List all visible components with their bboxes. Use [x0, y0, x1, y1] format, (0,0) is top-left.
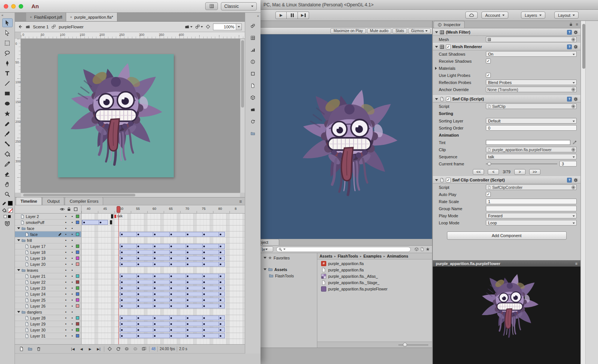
layer-frames[interactable]: [81, 333, 245, 339]
layer-visibility-dot[interactable]: •: [63, 256, 68, 260]
foldout-caret-icon[interactable]: [435, 46, 438, 48]
layer-row[interactable]: Layer 26••: [15, 303, 81, 309]
layer-row[interactable]: Layer 24••: [15, 291, 81, 297]
frame-span[interactable]: [120, 274, 225, 279]
stroke-color-swatch[interactable]: [8, 201, 13, 206]
layer-lock-dot[interactable]: •: [70, 304, 75, 308]
current-frame-slider[interactable]: [486, 161, 557, 167]
cloud-services-button[interactable]: [465, 12, 478, 19]
layer-row[interactable]: Layer 2 ••: [15, 214, 81, 220]
rectangle-tool[interactable]: [2, 89, 13, 98]
panel-menu-icon[interactable]: ≡: [239, 199, 242, 204]
onion-skin-outlines-icon[interactable]: [132, 346, 139, 352]
layer-row[interactable]: Layer 29••: [15, 321, 81, 327]
preview-menu-icon[interactable]: ≡: [575, 261, 577, 266]
sequence-dropdown[interactable]: talk: [486, 154, 577, 159]
step-back-button[interactable]: ◀: [78, 346, 85, 352]
align-panel-icon[interactable]: [249, 46, 258, 54]
layer-visibility-dot[interactable]: •: [63, 292, 68, 296]
tab-purple-apparition[interactable]: ×purple_apparition.fla*: [66, 13, 117, 21]
frame-span[interactable]: [120, 232, 225, 237]
gear-icon[interactable]: [573, 178, 578, 183]
zoom-tool[interactable]: [2, 190, 13, 199]
tree-item-assets[interactable]: Assets: [261, 266, 317, 273]
new-layer-button[interactable]: [18, 346, 25, 352]
layer-lock-dot[interactable]: •: [70, 251, 75, 254]
breadcrumb-examples[interactable]: Examples: [363, 254, 382, 258]
layer-frames[interactable]: talk: [81, 214, 245, 220]
minimize-window-button[interactable]: [11, 4, 16, 9]
layer-lock-dot[interactable]: •: [70, 221, 75, 224]
mesh-object-field[interactable]: [486, 37, 577, 42]
layer-row[interactable]: Layer 17••: [15, 243, 81, 249]
tree-item-flashtools[interactable]: FlashTools: [261, 273, 317, 279]
search-by-label-icon[interactable]: [419, 246, 425, 252]
playhead-handle[interactable]: [117, 206, 120, 213]
layer-frames[interactable]: [81, 321, 245, 327]
gear-icon[interactable]: [573, 44, 578, 49]
layer-row[interactable]: Layer 20••: [15, 261, 81, 267]
scrollbar-thumb[interactable]: [582, 24, 585, 69]
layer-folder-row[interactable]: frill ••: [15, 237, 81, 243]
loop-icon[interactable]: [115, 346, 121, 352]
object-picker-icon[interactable]: [571, 38, 575, 41]
layer-lock-dot[interactable]: •: [70, 245, 75, 248]
help-icon[interactable]: ?: [567, 178, 572, 183]
component-header-swf-clip[interactable]: ✓ Swf Clip (Script) ?: [433, 95, 580, 103]
use-light-probes-checkbox[interactable]: ✓: [486, 73, 491, 78]
close-tab-icon[interactable]: ×: [70, 15, 72, 19]
lock-column-icon[interactable]: [67, 207, 71, 212]
workspace-dropdown[interactable]: Classic: [221, 2, 257, 10]
cast-shadows-dropdown[interactable]: On: [486, 51, 577, 57]
layer-visibility-dot[interactable]: •: [63, 227, 68, 230]
layer-color-swatch[interactable]: [76, 292, 79, 296]
transform-panel-icon[interactable]: [249, 69, 258, 78]
layout-dropdown[interactable]: Layout: [554, 12, 579, 19]
layer-color-swatch[interactable]: [76, 245, 79, 248]
subselection-tool[interactable]: [2, 28, 13, 37]
collapse-panel-icon[interactable]: «: [1, 13, 3, 17]
layer-lock-dot[interactable]: •: [70, 262, 75, 266]
help-icon[interactable]: ?: [567, 44, 572, 49]
stage-horizontal-scrollbar[interactable]: [21, 193, 240, 197]
sorting-order-field[interactable]: 0: [486, 125, 577, 131]
go-to-first-frame-button[interactable]: |◀: [70, 346, 76, 352]
layer-frames[interactable]: [81, 267, 245, 273]
layer-frames[interactable]: [81, 291, 245, 297]
layer-color-swatch[interactable]: [76, 262, 79, 266]
gear-icon[interactable]: [573, 30, 578, 35]
frame-span[interactable]: [120, 298, 225, 302]
frame-span[interactable]: [120, 244, 225, 249]
close-window-button[interactable]: [4, 4, 8, 9]
layer-frames[interactable]: [81, 261, 245, 267]
layer-row[interactable]: Layer 18••: [15, 249, 81, 255]
layer-visibility-dot[interactable]: •: [63, 215, 68, 218]
layer-row[interactable]: Layer 25••: [15, 297, 81, 303]
frame-span[interactable]: [120, 286, 225, 290]
tab-project[interactable]: Project: [261, 239, 279, 245]
frame-span[interactable]: [82, 220, 108, 225]
layer-visibility-dot[interactable]: •: [63, 298, 68, 302]
library-panel-icon[interactable]: [249, 129, 258, 137]
thumbnail-zoom-slider[interactable]: [398, 345, 428, 345]
layer-lock-dot[interactable]: •: [70, 310, 75, 314]
layer-color-swatch[interactable]: [76, 328, 79, 332]
polystar-tool[interactable]: [2, 109, 13, 118]
project-search-input[interactable]: [276, 247, 411, 252]
layer-row[interactable]: smokePuff ••: [15, 220, 81, 225]
default-colors-button[interactable]: [4, 215, 7, 218]
layer-color-swatch[interactable]: [76, 298, 79, 302]
file-row[interactable]: purple_apparition.fla: [317, 267, 432, 273]
brush-tool[interactable]: [2, 129, 13, 138]
eraser-tool[interactable]: [2, 169, 13, 178]
snap-to-objects-toggle[interactable]: [2, 219, 13, 228]
layer-color-swatch[interactable]: [76, 322, 79, 326]
layer-visibility-dot[interactable]: •: [63, 328, 68, 332]
stage-canvas[interactable]: [58, 54, 174, 177]
receive-shadows-checkbox[interactable]: ✓: [486, 59, 491, 63]
layer-visibility-dot[interactable]: •: [63, 274, 68, 278]
color-panel-icon[interactable]: [249, 22, 258, 30]
object-picker-icon[interactable]: [571, 105, 575, 108]
layer-color-swatch[interactable]: [76, 316, 79, 320]
play-button[interactable]: ▶: [87, 346, 93, 352]
